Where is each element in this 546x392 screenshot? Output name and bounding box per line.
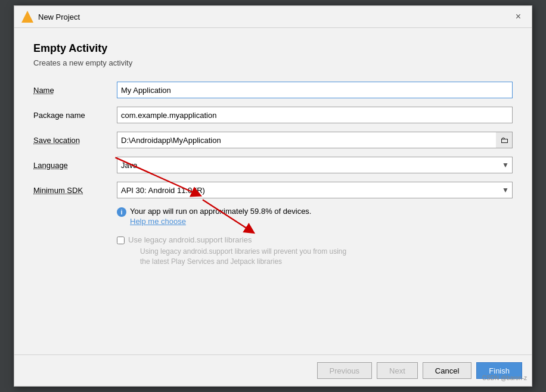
- dialog-footer: Previous Next Cancel Finish: [14, 354, 532, 386]
- previous-button[interactable]: Previous: [317, 362, 373, 379]
- legacy-checkbox-description: Using legacy android.support libraries w…: [140, 247, 346, 267]
- legacy-checkbox[interactable]: [117, 237, 125, 244]
- language-dropdown[interactable]: Java Kotlin: [117, 157, 513, 173]
- legacy-checkbox-content: Use legacy android.support libraries Usi…: [128, 235, 346, 267]
- minimum-sdk-label: Minimum SDK: [33, 186, 117, 195]
- save-location-row: Save location 🗀: [33, 132, 513, 148]
- name-row: Name: [33, 82, 513, 98]
- language-row: Language Java Kotlin ▼: [33, 157, 513, 173]
- info-row: i Your app will run on approximately 59.…: [117, 207, 513, 226]
- dialog-title: New Project: [38, 13, 80, 21]
- warning-triangle-icon: [21, 11, 33, 23]
- legacy-checkbox-label: Use legacy android.support libraries: [128, 235, 252, 244]
- next-button[interactable]: Next: [377, 362, 418, 379]
- title-bar: New Project ×: [14, 6, 532, 28]
- dialog-content: Empty Activity Creates a new empty activ…: [14, 28, 532, 354]
- save-location-label: Save location: [33, 136, 117, 145]
- minimum-sdk-dropdown[interactable]: API 30: Android 11.0 (R) API 21: Android…: [117, 182, 513, 198]
- folder-browse-button[interactable]: 🗀: [496, 132, 513, 148]
- save-location-input[interactable]: [117, 132, 496, 148]
- legacy-checkbox-row: Use legacy android.support libraries Usi…: [117, 235, 513, 267]
- language-label: Language: [33, 161, 117, 170]
- package-name-input[interactable]: [117, 107, 513, 123]
- new-project-dialog: New Project × Empty Activity Creates a n…: [14, 5, 532, 387]
- watermark: CSDN @baron-z: [482, 375, 527, 381]
- info-text-block: Your app will run on approximately 59.8%…: [130, 207, 311, 226]
- section-title: Empty Activity: [33, 42, 513, 55]
- name-label: Name: [33, 86, 117, 95]
- language-dropdown-wrapper: Java Kotlin ▼: [117, 157, 513, 173]
- minimum-sdk-dropdown-wrapper: API 30: Android 11.0 (R) API 21: Android…: [117, 182, 513, 198]
- info-text: Your app will run on approximately 59.8%…: [130, 207, 311, 216]
- package-name-label: Package name: [33, 111, 117, 120]
- package-name-row: Package name: [33, 107, 513, 123]
- close-button[interactable]: ×: [512, 11, 525, 23]
- minimum-sdk-row: Minimum SDK API 30: Android 11.0 (R) API…: [33, 182, 513, 198]
- help-link[interactable]: Help me choose: [130, 217, 311, 226]
- section-subtitle: Creates a new empty activity: [33, 58, 513, 67]
- cancel-button[interactable]: Cancel: [423, 362, 471, 379]
- info-icon: i: [117, 207, 126, 217]
- save-location-field: 🗀: [117, 132, 513, 148]
- name-input[interactable]: [117, 82, 513, 98]
- title-bar-left: New Project: [21, 11, 80, 23]
